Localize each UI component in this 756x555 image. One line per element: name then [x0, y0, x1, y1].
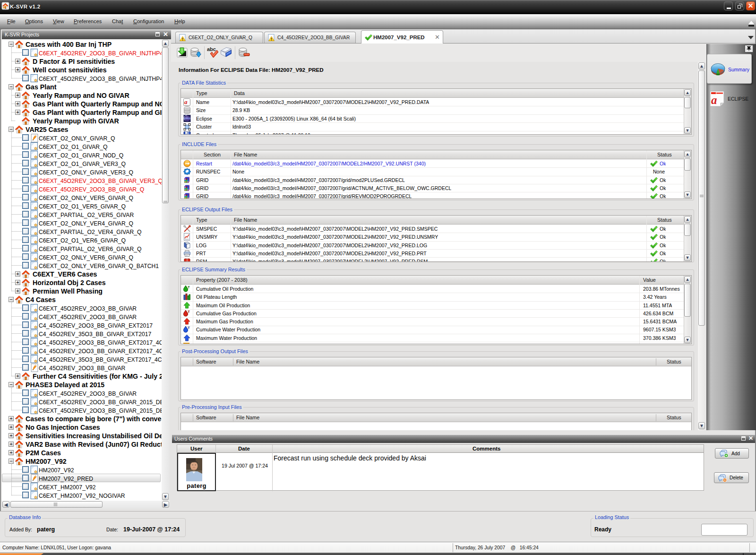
svg-text:T: T [188, 326, 190, 330]
svg-text:a: a [184, 98, 188, 105]
svg-text:T: T [188, 310, 190, 314]
svg-text:a: a [711, 94, 717, 106]
svg-text:abc: abc [207, 46, 216, 52]
svg-text:T: T [188, 285, 190, 289]
